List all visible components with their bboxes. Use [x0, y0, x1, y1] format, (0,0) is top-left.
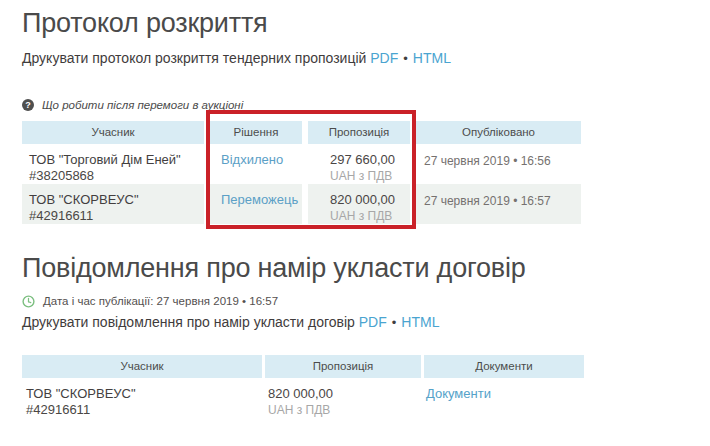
- header-proposal: Пропозиція: [265, 355, 421, 378]
- disclosure-table: Учасник Рішення Пропозиція Опубліковано …: [22, 121, 581, 224]
- proposal-currency: UAH з ПДВ: [268, 402, 421, 418]
- print-protocol-line: Друкувати протокол розкриття тендерних п…: [22, 50, 710, 67]
- print-protocol-label: Друкувати протокол розкриття тендерних п…: [22, 50, 366, 66]
- publication-line: Дата і час публікації: 27 червня 2019 • …: [22, 294, 710, 308]
- header-participant: Учасник: [22, 355, 262, 378]
- print-notice-line: Друкувати повідомлення про намір укласти…: [22, 314, 710, 331]
- header-decision: Рішення: [210, 121, 302, 144]
- proposal-currency: UAH з ПДВ: [330, 208, 410, 224]
- intent-table: Учасник Пропозиція Документи ТОВ "СКОРВЕ…: [22, 355, 584, 418]
- protocol-html-link[interactable]: HTML: [413, 50, 451, 66]
- proposal-amount: 297 660,00: [330, 152, 410, 168]
- question-icon: ?: [22, 99, 34, 111]
- publication-label-and-value: Дата і час публікації: 27 червня 2019 • …: [43, 295, 278, 307]
- header-proposal: Пропозиція: [308, 121, 410, 144]
- pdf-html-separator: •: [392, 315, 397, 330]
- header-documents: Документи: [424, 355, 584, 378]
- page-title: Протокол розкриття: [22, 0, 710, 39]
- table-row-decision: Переможець: [210, 184, 302, 224]
- table-row-documents: Документи: [424, 378, 584, 418]
- publication-label: Дата і час публікації:: [43, 295, 153, 307]
- page-content: Протокол розкриття Друкувати протокол ро…: [0, 0, 710, 418]
- participant-id: #42916611: [26, 402, 262, 418]
- clock-icon: [22, 295, 35, 308]
- participant-name: ТОВ "Торговий Дім Еней": [29, 152, 204, 168]
- participant-id: #38205868: [29, 168, 204, 184]
- notice-html-link[interactable]: HTML: [401, 314, 439, 330]
- notice-title: Повідомлення про намір укласти договір: [22, 252, 710, 284]
- participant-name: ТОВ "СКОРВЕУС": [26, 386, 262, 402]
- protocol-pdf-link[interactable]: PDF: [370, 50, 398, 66]
- decision-link[interactable]: Відхилено: [221, 152, 283, 167]
- table-row-proposal: 297 660,00 UAH з ПДВ: [308, 144, 410, 184]
- table-row-published: 27 червня 2019 • 16:57: [416, 184, 581, 224]
- print-notice-label: Друкувати повідомлення про намір укласти…: [22, 314, 355, 330]
- table-row-decision: Відхилено: [210, 144, 302, 184]
- participant-name: ТОВ "СКОРВЕУС": [29, 192, 204, 208]
- table-row-participant: ТОВ "СКОРВЕУС" #42916611: [22, 184, 204, 224]
- documents-link[interactable]: Документи: [426, 386, 491, 401]
- help-line: ? Що робити після перемоги в аукціоні: [22, 98, 710, 112]
- table-row-proposal: 820 000,00 UAH з ПДВ: [265, 378, 421, 418]
- proposal-amount: 820 000,00: [268, 386, 421, 402]
- disclosure-protocol-page: Протокол розкриття Друкувати протокол ро…: [0, 0, 710, 446]
- help-link[interactable]: Що робити після перемоги в аукціоні: [42, 99, 243, 111]
- participant-id: #42916611: [29, 208, 204, 224]
- publication-value: 27 червня 2019 • 16:57: [157, 295, 278, 307]
- table-row-published: 27 червня 2019 • 16:56: [416, 144, 581, 184]
- table-row-participant: ТОВ "Торговий Дім Еней" #38205868: [22, 144, 204, 184]
- decision-link[interactable]: Переможець: [221, 192, 298, 207]
- proposal-amount: 820 000,00: [330, 192, 410, 208]
- proposal-currency: UAH з ПДВ: [330, 168, 410, 184]
- pdf-html-separator: •: [403, 51, 408, 66]
- table-row-participant: ТОВ "СКОРВЕУС" #42916611: [22, 378, 262, 418]
- notice-pdf-link[interactable]: PDF: [359, 314, 387, 330]
- header-published: Опубліковано: [416, 121, 581, 144]
- header-participant: Учасник: [22, 121, 204, 144]
- table-row-proposal: 820 000,00 UAH з ПДВ: [308, 184, 410, 224]
